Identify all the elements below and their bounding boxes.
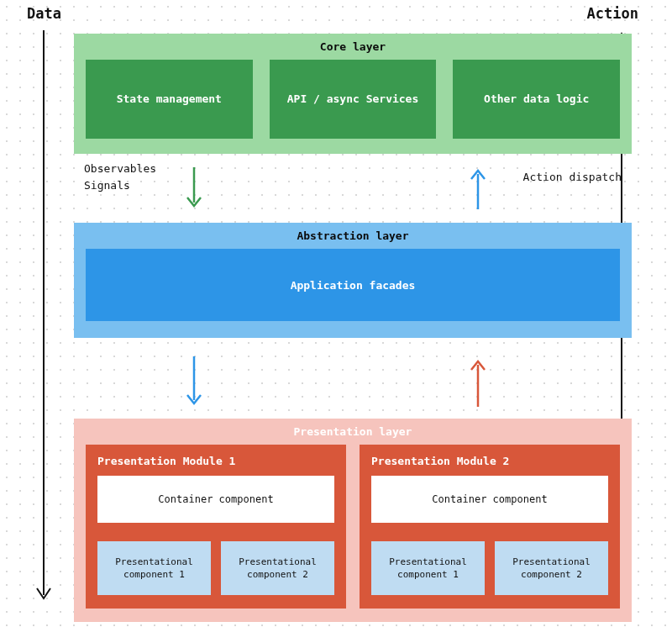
core-abstraction-gap: Observables Signals Action dispatch [74, 154, 632, 223]
core-layer-title: Core layer [86, 40, 620, 60]
presentation-module-2-title: Presentation Module 2 [371, 455, 608, 476]
module-1-components: Presentational component 1 Presentationa… [97, 541, 334, 595]
module-2-components: Presentational component 1 Presentationa… [371, 541, 608, 595]
container-component-2: Container component [371, 476, 608, 523]
presentational-component-1b: Presentational component 2 [221, 541, 334, 595]
signals-label: Signals [84, 177, 156, 194]
observables-signals-label: Observables Signals [84, 161, 156, 193]
data-flow-label: Data [27, 5, 61, 22]
container-component-1: Container component [97, 476, 334, 523]
abstraction-to-core-arrow [467, 166, 489, 211]
abstraction-layer-title: Abstraction layer [86, 229, 620, 249]
action-dispatch-label: Action dispatch [523, 171, 622, 183]
layers-container: Core layer State management API / async … [74, 34, 632, 622]
presentational-component-2a: Presentational component 1 [371, 541, 485, 595]
action-flow-label: Action [587, 5, 638, 22]
abstraction-layer: Abstraction layer Application facades [74, 223, 632, 338]
state-management-box: State management [86, 60, 253, 139]
abstraction-presentation-gap [74, 338, 632, 419]
presentation-module-1: Presentation Module 1 Container componen… [86, 445, 346, 609]
presentation-to-abstraction-arrow [467, 355, 489, 408]
presentation-module-2: Presentation Module 2 Container componen… [360, 445, 620, 609]
presentation-module-1-title: Presentation Module 1 [97, 455, 334, 476]
core-layer-boxes: State management API / async Services Ot… [86, 60, 620, 139]
presentation-layer: Presentation layer Presentation Module 1… [74, 419, 632, 622]
presentation-modules: Presentation Module 1 Container componen… [86, 445, 620, 609]
other-data-logic-box: Other data logic [453, 60, 620, 139]
core-to-abstraction-arrow [183, 166, 205, 211]
presentation-layer-title: Presentation layer [86, 425, 620, 445]
presentational-component-1a: Presentational component 1 [97, 541, 211, 595]
abstraction-to-presentation-arrow [183, 355, 205, 408]
application-facades-box: Application facades [86, 249, 620, 321]
api-async-services-box: API / async Services [270, 60, 437, 139]
observables-label: Observables [84, 161, 156, 177]
presentational-component-2b: Presentational component 2 [495, 541, 608, 595]
data-flow-arrow-down [34, 27, 54, 605]
core-layer: Core layer State management API / async … [74, 34, 632, 154]
